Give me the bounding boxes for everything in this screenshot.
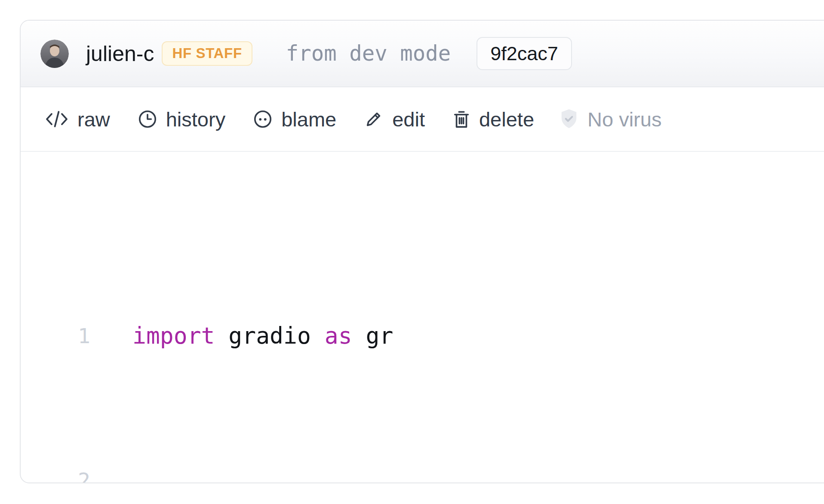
code-line: 2: [40, 462, 824, 483]
pencil-icon: [364, 109, 384, 129]
author-avatar[interactable]: [40, 40, 69, 68]
line-content: [90, 462, 132, 483]
commit-hash-chip[interactable]: 9f2cac7: [477, 37, 572, 71]
toolbar-button-history[interactable]: history: [138, 108, 225, 131]
code-line: 1 import gradio as gr: [40, 318, 824, 354]
toolbar-button-blame[interactable]: blame: [253, 108, 336, 131]
code-token-plain: gradio: [215, 323, 324, 349]
hf-staff-badge: HF STAFF: [162, 41, 252, 65]
line-content: import gradio as gr: [90, 318, 393, 354]
avatar-photo-placeholder: [40, 40, 69, 68]
toolbar-button-edit[interactable]: edit: [364, 108, 425, 131]
line-number[interactable]: 2: [40, 462, 90, 483]
clock-icon: [138, 109, 157, 129]
virus-scan-label: No virus: [587, 108, 661, 131]
commit-message: from dev mode: [286, 41, 451, 66]
virus-scan-status: No virus: [559, 108, 661, 131]
trash-icon: [452, 109, 470, 129]
file-viewer-card: julien-c HF STAFF from dev mode 9f2cac7 …: [20, 20, 824, 483]
code-token-plain: gr: [352, 323, 394, 349]
author-link[interactable]: julien-c: [86, 41, 154, 66]
file-toolbar: raw history blame edit delete No virus: [21, 87, 824, 152]
toolbar-button-delete[interactable]: delete: [452, 108, 534, 131]
code-token-keyword: import: [132, 323, 215, 349]
toolbar-button-raw[interactable]: raw: [45, 108, 110, 131]
code-viewer: 1 import gradio as gr 2 3 def greet(name…: [21, 152, 824, 483]
line-number[interactable]: 1: [40, 318, 90, 354]
shield-check-icon: [559, 108, 579, 130]
commit-header: julien-c HF STAFF from dev mode 9f2cac7: [21, 21, 824, 87]
code-icon: [45, 109, 69, 129]
code-token-keyword: as: [325, 323, 352, 349]
blame-face-icon: [253, 109, 273, 129]
